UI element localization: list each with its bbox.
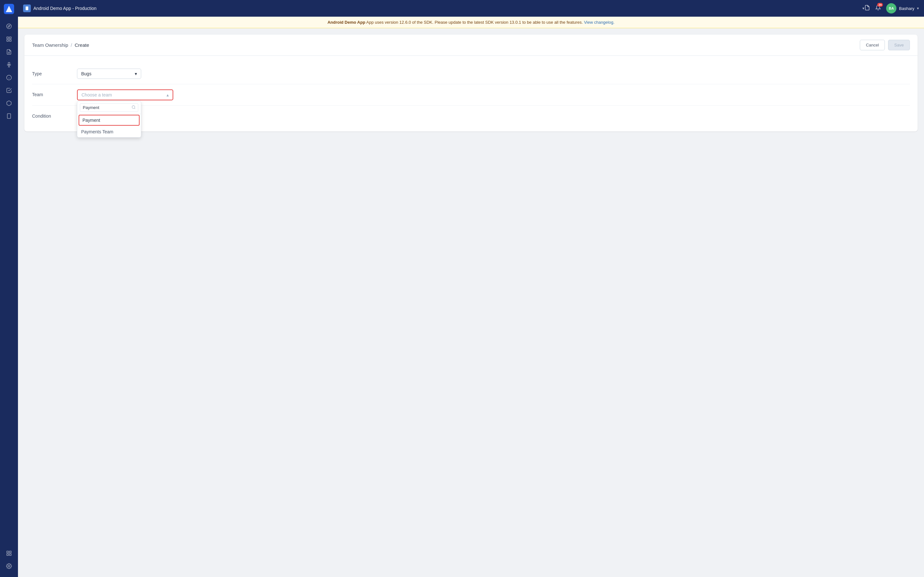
svg-rect-16 <box>10 551 11 553</box>
svg-rect-17 <box>7 554 8 556</box>
type-select[interactable]: Bugs <box>77 69 141 79</box>
form-card: Team Ownership / Create Cancel Save Type <box>24 35 918 131</box>
dropdown-item-payments-team-label: Payments Team <box>81 129 113 134</box>
user-menu[interactable]: BA Bashary ▾ <box>886 3 919 13</box>
changelog-icon[interactable] <box>864 5 870 12</box>
form-header: Team Ownership / Create Cancel Save <box>24 35 918 56</box>
svg-rect-5 <box>10 37 11 39</box>
type-select-wrapper: Bugs <box>77 69 141 79</box>
notification-icon[interactable]: 29 <box>875 5 881 12</box>
content-area: Team Ownership / Create Cancel Save Type <box>18 28 924 577</box>
svg-point-2 <box>7 24 11 29</box>
avatar: BA <box>886 3 897 13</box>
type-chevron-icon <box>135 71 137 76</box>
svg-point-21 <box>132 105 135 108</box>
breadcrumb-parent: Team Ownership <box>32 42 68 48</box>
sidebar-item-apps[interactable] <box>3 110 15 122</box>
team-label: Team <box>32 89 77 97</box>
main-area: Android Demo App - Production ▾ 29 BA Ba… <box>18 0 924 577</box>
svg-rect-6 <box>7 40 8 41</box>
condition-label: Condition <box>32 111 77 119</box>
search-icon <box>132 105 136 110</box>
team-control: Choose a team <box>77 89 173 100</box>
save-button[interactable]: Save <box>888 40 910 50</box>
sidebar-item-releases[interactable] <box>3 97 15 109</box>
username: Bashary <box>899 6 914 11</box>
topbar-actions: 29 BA Bashary ▾ <box>864 3 919 13</box>
svg-rect-18 <box>10 554 11 556</box>
team-chevron-icon <box>166 92 169 97</box>
sidebar-item-grid[interactable] <box>3 548 15 559</box>
type-control: Bugs <box>77 69 173 79</box>
dropdown-item-payment-label: Payment <box>82 118 100 123</box>
dropdown-item-payment[interactable]: Payment <box>79 115 140 126</box>
breadcrumb-separator: / <box>71 42 72 48</box>
type-value: Bugs <box>81 71 91 76</box>
svg-marker-3 <box>8 25 10 27</box>
breadcrumb: Team Ownership / Create <box>32 42 89 48</box>
topbar-title: Android Demo App - Production <box>33 6 861 11</box>
svg-rect-20 <box>26 6 28 10</box>
form-actions: Cancel Save <box>860 40 910 50</box>
dropdown-item-payments-team[interactable]: Payments Team <box>78 126 141 137</box>
sidebar-item-dashboard[interactable] <box>3 33 15 45</box>
view-changelog-link[interactable]: View changelog. <box>584 20 614 25</box>
dropdown-search-container <box>78 101 141 114</box>
team-dropdown: Payment Payments Team <box>77 101 141 137</box>
user-chevron-icon: ▾ <box>917 6 919 11</box>
team-search-input[interactable] <box>80 103 138 112</box>
team-row: Team Choose a team <box>32 84 910 106</box>
condition-row: Condition <box>32 106 910 124</box>
svg-point-19 <box>8 566 10 567</box>
notification-badge: 29 <box>877 3 883 7</box>
sidebar-item-bugs[interactable] <box>3 59 15 71</box>
sidebar-item-reports[interactable] <box>3 46 15 58</box>
form-body: Type Bugs Team <box>24 56 918 131</box>
svg-rect-4 <box>7 37 8 39</box>
topbar: Android Demo App - Production ▾ 29 BA Ba… <box>18 0 924 17</box>
sidebar-item-navigate[interactable] <box>3 21 15 32</box>
sidebar-item-tasks[interactable] <box>3 85 15 96</box>
cancel-button[interactable]: Cancel <box>860 40 885 50</box>
team-select-wrapper: Choose a team <box>77 89 173 100</box>
svg-line-22 <box>134 108 135 109</box>
banner-text: Android Demo App App uses version 12.6.0… <box>328 20 584 25</box>
logo[interactable] <box>4 4 14 14</box>
sidebar-item-settings[interactable] <box>3 560 15 572</box>
sdk-banner: Android Demo App App uses version 12.6.0… <box>18 17 924 28</box>
team-placeholder: Choose a team <box>81 92 112 97</box>
dropdown-search-wrapper <box>80 103 138 112</box>
app-icon <box>23 5 31 12</box>
svg-rect-15 <box>7 551 8 553</box>
breadcrumb-current: Create <box>75 42 89 48</box>
type-row: Type Bugs <box>32 63 910 84</box>
sidebar-item-info[interactable] <box>3 72 15 83</box>
svg-rect-7 <box>10 40 11 41</box>
sidebar <box>0 0 18 577</box>
team-select[interactable]: Choose a team <box>77 89 173 100</box>
type-label: Type <box>32 69 77 76</box>
